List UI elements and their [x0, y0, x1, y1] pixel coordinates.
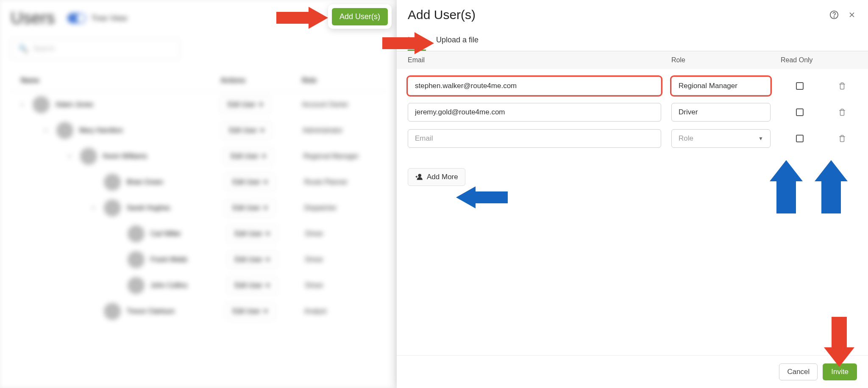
avatar [104, 303, 121, 320]
th-role: Role [671, 56, 781, 64]
table-row: Trevor Clarkson Edit User ▾ Analyst [11, 298, 386, 324]
search-placeholder: Search [33, 45, 55, 53]
background-users-page: Users Tree View 🔍 Search Name Actions Ro… [0, 0, 397, 388]
add-users-button-wrap: Add User(s) [328, 4, 392, 29]
invite-row: Driver [408, 95, 857, 122]
edit-user-button[interactable]: Edit User ▾ [225, 173, 275, 191]
svg-marker-2 [276, 7, 328, 29]
svg-marker-6 [815, 160, 848, 213]
edit-user-button[interactable]: Edit User ▾ [225, 302, 275, 320]
role-select[interactable]: Regional Manager [671, 77, 771, 95]
page-title: Users [11, 8, 55, 28]
edit-user-button[interactable]: Edit User ▾ [228, 225, 277, 242]
avatar [80, 148, 97, 165]
th-email: Email [408, 56, 671, 64]
chevron-down-icon[interactable]: ▾ [45, 127, 50, 133]
th-actions: Actions [220, 77, 302, 84]
avatar [128, 225, 145, 242]
add-user-icon [415, 173, 423, 181]
role-value: Driver [679, 108, 698, 116]
table-row: ▾ Adam Jones Edit User ▾ Account Owner [11, 91, 386, 117]
user-name: Trevor Clarkson [127, 308, 175, 315]
user-name: John Collins [150, 282, 187, 289]
user-role: Driver [305, 230, 376, 238]
edit-user-button[interactable]: Edit User ▾ [225, 199, 275, 216]
trash-icon[interactable] [838, 108, 847, 116]
svg-point-1 [834, 17, 834, 17]
panel-footer: Cancel Invite [397, 355, 868, 388]
edit-user-button[interactable]: Edit User ▾ [228, 251, 277, 268]
trash-icon[interactable] [838, 82, 847, 90]
table-row: ▾ Sarah Hughes Edit User ▾ Dispatcher [11, 195, 386, 221]
table-row: ▾ Kevin Williams Edit User ▾ Regional Ma… [11, 143, 386, 169]
read-only-checkbox[interactable] [796, 108, 804, 116]
annotation-arrow-delete [815, 160, 848, 215]
user-role: Regional Manager [303, 152, 376, 160]
user-role: Driver [305, 256, 376, 263]
help-icon[interactable] [829, 10, 839, 20]
cancel-button[interactable]: Cancel [779, 363, 818, 380]
read-only-checkbox[interactable] [796, 82, 804, 90]
edit-user-button[interactable]: Edit User ▾ [223, 147, 273, 165]
table-row: Brian Green Edit User ▾ Route Planner [11, 169, 386, 195]
toggle-switch-icon [67, 13, 86, 23]
svg-marker-4 [456, 186, 508, 208]
avatar [104, 200, 121, 216]
email-field[interactable] [408, 77, 661, 95]
email-field[interactable] [408, 103, 661, 122]
avatar [104, 174, 121, 191]
chevron-down-icon: ▼ [758, 136, 763, 141]
edit-user-button[interactable]: Edit User ▾ [220, 96, 270, 113]
edit-user-button[interactable]: Edit User ▾ [228, 277, 277, 294]
tree-view-toggle[interactable]: Tree View [67, 13, 127, 23]
panel-title: Add User(s) [408, 8, 476, 22]
user-name: Frank Webb [150, 256, 187, 263]
th-read-only: Read Only [781, 56, 826, 64]
user-role: Dispatcher [304, 204, 376, 212]
add-users-button[interactable]: Add User(s) [332, 8, 388, 25]
annotation-arrow-add-users [276, 7, 328, 29]
avatar [128, 277, 145, 294]
annotation-arrow-invite-button [824, 317, 854, 369]
th-name: Name [21, 77, 220, 84]
add-more-button[interactable]: Add More [408, 168, 465, 186]
chevron-down-icon[interactable]: ▾ [92, 205, 98, 211]
th-role: Role [302, 77, 376, 84]
user-name: Mary Hamilton [79, 127, 123, 134]
user-name: Kevin Williams [103, 152, 147, 160]
invite-row: Regional Manager [408, 69, 857, 95]
user-name: Adam Jones [56, 101, 93, 108]
svg-marker-7 [824, 317, 854, 367]
search-input[interactable]: 🔍 Search [11, 38, 180, 59]
users-table: Name Actions Role ▾ Adam Jones Edit User… [11, 70, 386, 324]
panel-tabs: Invite Upload a file [397, 30, 868, 51]
annotation-arrow-invite-tab [382, 32, 434, 54]
role-value: Role [679, 134, 693, 143]
svg-marker-5 [770, 160, 803, 213]
svg-marker-3 [382, 32, 434, 54]
chevron-down-icon[interactable]: ▾ [21, 102, 27, 108]
user-role: Analyst [304, 308, 376, 315]
role-value: Regional Manager [679, 82, 737, 90]
invite-row: Role▼ [408, 122, 857, 148]
tab-upload[interactable]: Upload a file [436, 30, 479, 51]
user-role: Route Planner [304, 178, 376, 186]
annotation-arrow-add-more [456, 186, 508, 210]
user-role: Account Owner [302, 101, 376, 108]
role-select[interactable]: Role▼ [671, 129, 771, 148]
user-name: Sarah Hughes [127, 204, 170, 212]
read-only-checkbox[interactable] [796, 135, 804, 142]
close-icon[interactable] [847, 10, 857, 20]
role-select[interactable]: Driver [671, 103, 771, 122]
user-role: Administrator [303, 127, 376, 134]
chevron-down-icon[interactable]: ▾ [68, 153, 74, 159]
user-role: Driver [305, 282, 376, 289]
table-row: Carl Miller Edit User ▾ Driver [11, 221, 386, 247]
avatar [33, 96, 50, 113]
search-icon: 🔍 [19, 44, 28, 53]
edit-user-button[interactable]: Edit User ▾ [222, 122, 272, 139]
avatar [56, 122, 73, 139]
trash-icon[interactable] [838, 134, 847, 143]
email-field[interactable] [408, 129, 661, 148]
toggle-label: Tree View [91, 14, 127, 23]
